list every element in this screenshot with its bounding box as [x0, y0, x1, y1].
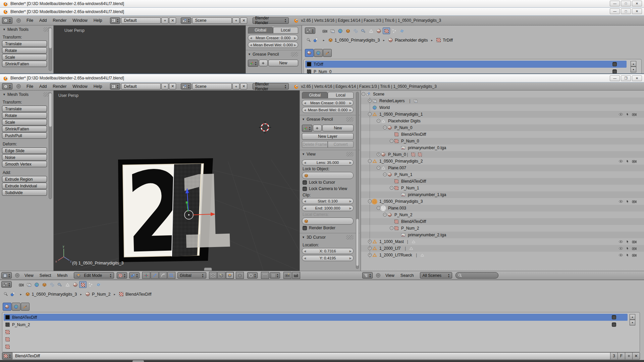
list-scroll-up-button[interactable]: ▲ [630, 314, 635, 320]
texture-browse-dropdown[interactable]: ▲▼ [2, 352, 12, 360]
panel-resize-grip[interactable] [291, 52, 298, 57]
editor-type-button[interactable]: i▲▼ [2, 83, 12, 89]
expand-toggle[interactable]: − [383, 173, 387, 176]
properties-tab-texture[interactable] [383, 27, 390, 34]
selectability-cursor-icon[interactable] [625, 112, 630, 117]
snap-magnet-button[interactable] [261, 272, 269, 279]
expand-toggle[interactable]: − [390, 226, 393, 230]
screen-layout-button[interactable]: ▲▼ [110, 83, 120, 89]
outliner-row-world[interactable]: World [361, 104, 644, 111]
minimize-button[interactable]: — [610, 1, 620, 6]
add-grease-pencil-button[interactable] [259, 60, 268, 66]
properties-tab-cube[interactable] [41, 281, 48, 288]
tab-global[interactable]: Global [302, 92, 328, 99]
mode-dropdown[interactable]: Edit Mode▲▼ [74, 272, 114, 279]
tab-local[interactable]: Local [328, 92, 354, 99]
context-button-world-texture[interactable] [12, 303, 20, 311]
list-scroll-up-button[interactable]: ▲ [631, 61, 636, 67]
menu-add[interactable]: Add [36, 84, 50, 89]
expand-toggle[interactable]: − [383, 213, 387, 217]
visibility-eye-icon[interactable] [619, 112, 623, 117]
back-titlebar-1[interactable]: Blender* [D:\3D Modellbau\blender-2.65a-… [0, 0, 644, 8]
manipulator-rotate-button[interactable] [159, 272, 167, 279]
outliner-row-p-num-2[interactable]: −P_Num_2 [361, 225, 644, 232]
outliner-row-plane-007[interactable]: −Plane.007 [361, 165, 644, 171]
expand-toggle[interactable]: − [368, 159, 372, 163]
3d-viewport[interactable]: 21yxz User Persp (0) 1_0500_Primarydigit… [54, 90, 300, 271]
outliner-row-1-0500-primarydigits-1[interactable]: −1_0500_Primarydigits_1 [361, 111, 644, 118]
expand-toggle[interactable]: + [368, 240, 372, 243]
collapse-menus-toggle[interactable]: − [16, 84, 21, 88]
slider-lens[interactable]: ◀Lens: 35.000▶ [302, 160, 354, 166]
visibility-eye-icon[interactable] [619, 246, 623, 251]
properties-tab-cube[interactable] [344, 27, 352, 34]
outliner-row-blendatexdiff[interactable]: BlendATexDiff [361, 218, 644, 225]
properties-tab-camera[interactable] [17, 281, 25, 288]
expand-toggle[interactable]: − [368, 199, 372, 203]
outliner-row-p-num-0[interactable]: −P_Num_0 [361, 124, 644, 131]
menu-file[interactable]: File [23, 84, 36, 89]
visibility-eye-icon[interactable] [619, 253, 623, 257]
outliner-search-input[interactable] [455, 272, 498, 279]
selectability-cursor-icon[interactable] [625, 246, 630, 251]
add-layout-button[interactable]: + [161, 17, 168, 24]
breadcrumb-item[interactable]: 1_0500_Primarydigits_3 [25, 292, 77, 297]
context-button-world-texture[interactable] [314, 49, 323, 57]
new-texture-button[interactable] [625, 352, 633, 360]
selectability-cursor-icon[interactable] [625, 199, 630, 204]
expand-toggle[interactable]: − [390, 139, 393, 143]
tool-button-translate[interactable]: Translate [2, 106, 47, 112]
slider-mean-crease[interactable]: ◀Mean Crease: 0.000▶ [302, 100, 354, 106]
grease-pencil-new-button[interactable]: New [322, 125, 354, 131]
tool-button-translate[interactable]: Translate [2, 41, 47, 47]
tool-button-subdivide[interactable]: Subdivide [2, 189, 47, 196]
editor-type-button[interactable]: ▲▼ [362, 272, 373, 279]
orientation-dropdown[interactable]: Global▲▼ [177, 272, 206, 279]
menu-view[interactable]: View [382, 273, 397, 278]
menu-file[interactable]: File [23, 18, 36, 23]
outliner-row-blendatexdiff[interactable]: BlendATexDiff [361, 178, 644, 185]
checkbox-lock-to-cursor[interactable]: Lock to Cursor [303, 180, 335, 185]
panel-resize-grip[interactable] [346, 117, 354, 122]
tool-button-scale[interactable]: Scale [2, 119, 47, 125]
screen-layout-name-field[interactable]: Default [121, 17, 161, 24]
outliner-row-blendatexdiff[interactable]: BlendATexDiff [361, 131, 644, 138]
draw-mode-dropdown[interactable]: ▲▼ [302, 125, 312, 132]
visibility-eye-icon[interactable] [619, 159, 623, 164]
tool-button-push-pull[interactable]: Push/Pull [2, 132, 47, 139]
texture-slot-row[interactable]: TrDiff [305, 61, 627, 68]
delete-scene-button[interactable]: ✕ [240, 17, 247, 24]
maximize-button[interactable]: □ [621, 1, 631, 6]
screen-layout-name-field[interactable]: Default [121, 83, 161, 89]
expand-toggle[interactable]: − [377, 206, 380, 210]
draw-mode-dropdown[interactable]: ▲▼ [248, 60, 258, 67]
expand-toggle[interactable]: − [362, 92, 365, 96]
slider-mean-bevel-wei[interactable]: ◀Mean Bevel Wei: 0.000▶ [302, 107, 354, 113]
scene-name-field[interactable]: Scene [192, 17, 232, 24]
properties-tab-meshdata[interactable] [367, 27, 375, 34]
texture-slot-row[interactable]: P_Num_0 [305, 68, 627, 73]
menu-render[interactable]: Render [50, 18, 69, 23]
properties-tab-physics[interactable] [95, 281, 102, 288]
collapsed-panel-handle[interactable] [204, 267, 212, 271]
add-grease-pencil-button[interactable] [313, 125, 322, 131]
collapse-menus-toggle[interactable]: − [376, 273, 380, 278]
proportional-edit-dropdown[interactable]: ▲▼ [247, 272, 258, 279]
slot-enable-checkbox[interactable] [612, 322, 616, 327]
outliner-row-p-num-1[interactable]: −P_Num_1 [361, 185, 644, 191]
pin-icon[interactable] [3, 292, 8, 297]
menu-window[interactable]: Window [69, 18, 90, 23]
render-engine-dropdown[interactable]: Blender Render▲▼ [253, 17, 289, 24]
slider-end[interactable]: ◀End: 1000.000▶ [302, 205, 354, 211]
scene-button[interactable]: ▲▼ [181, 17, 191, 24]
properties-tab-particles[interactable] [87, 281, 94, 288]
renderability-camera-icon[interactable] [632, 246, 637, 251]
panel-header-3d-cursor[interactable]: ▼3D Cursor [302, 235, 354, 240]
panel-resize-grip[interactable] [346, 152, 354, 157]
renderability-camera-icon[interactable] [632, 199, 637, 204]
panel-header-grease-pencil[interactable]: ▼Grease Pencil [302, 117, 354, 122]
tool-button-rotate[interactable]: Rotate [2, 112, 47, 119]
properties-tab-wrench[interactable] [360, 27, 367, 34]
expand-toggle[interactable]: − [377, 119, 380, 123]
add-layout-button[interactable]: + [161, 83, 168, 89]
